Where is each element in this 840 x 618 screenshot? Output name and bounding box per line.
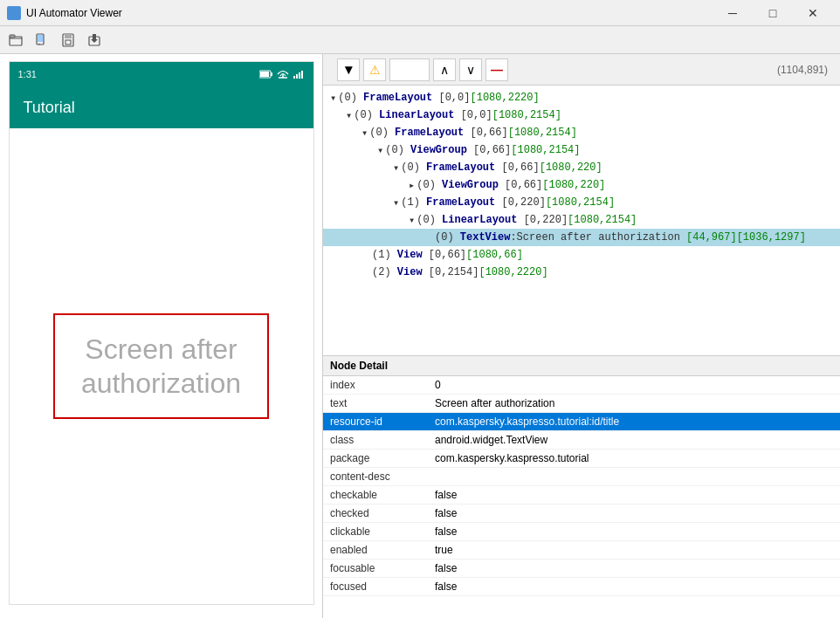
detail-value: false xyxy=(428,505,840,523)
screen-text: Screen afterauthorization xyxy=(81,333,241,398)
detail-value: false xyxy=(428,523,840,541)
chevron-down-icon: ∨ xyxy=(466,63,475,77)
toolbar xyxy=(0,26,840,54)
screen-text-box: Screen afterauthorization xyxy=(53,313,269,419)
svg-rect-15 xyxy=(301,71,303,79)
tree-scroll-inner: ▾(0) FrameLayout [0,0][1080,2220]▾(0) Li… xyxy=(323,86,840,285)
tree-warning-button[interactable]: ⚠ xyxy=(363,58,386,81)
minimize-button[interactable]: ─ xyxy=(713,0,753,26)
detail-value: false xyxy=(428,560,840,578)
detail-row[interactable]: enabledtrue xyxy=(323,541,840,560)
detail-row[interactable]: checkedfalse xyxy=(323,505,840,523)
detail-row[interactable]: focusedfalse xyxy=(323,578,840,596)
phone-panel: 1:31 xyxy=(0,54,323,618)
svg-rect-12 xyxy=(293,76,295,79)
detail-key: text xyxy=(323,395,428,413)
detail-row[interactable]: checkablefalse xyxy=(323,486,840,505)
screenshot-button[interactable] xyxy=(30,29,54,52)
detail-key: checkable xyxy=(323,486,428,505)
detail-value xyxy=(428,468,840,486)
detail-value: android.widget.TextView xyxy=(428,431,840,450)
minus-icon: — xyxy=(491,63,503,77)
detail-table: index0textScreen after authorizationreso… xyxy=(323,376,840,596)
open-button[interactable] xyxy=(3,29,28,52)
battery-icon xyxy=(259,70,273,79)
wifi-icon xyxy=(277,69,289,79)
phone-status-bar: 1:31 xyxy=(10,62,313,86)
screenshot-icon xyxy=(35,33,49,47)
tree-row[interactable]: ▾(0) LinearLayout [0,0][1080,2154] xyxy=(323,106,840,124)
tree-row[interactable]: ▾(1) FrameLayout [0,220][1080,2154] xyxy=(323,194,840,211)
detail-row[interactable]: clickablefalse xyxy=(323,523,840,541)
tree-next-button[interactable]: ∨ xyxy=(459,58,482,81)
detail-value: false xyxy=(428,486,840,505)
export-icon xyxy=(87,33,101,47)
status-right xyxy=(259,69,305,79)
detail-value: com.kaspersky.kaspresso.tutorial xyxy=(428,450,840,468)
tree-delete-button[interactable]: — xyxy=(485,58,508,81)
detail-value: false xyxy=(428,578,840,596)
detail-row[interactable]: packagecom.kaspersky.kaspresso.tutorial xyxy=(323,450,840,468)
detail-row[interactable]: classandroid.widget.TextView xyxy=(323,431,840,450)
tree-toolbar: ▾ ⚠ ∧ ∨ — xyxy=(323,54,840,86)
tree-row[interactable]: ▾(0) FrameLayout [0,66][1080,220] xyxy=(323,159,840,176)
tree-row[interactable]: ▾(0) LinearLayout [0,220][1080,2154] xyxy=(323,211,840,229)
phone-app-title: Tutorial xyxy=(24,99,75,117)
open-icon xyxy=(9,33,23,47)
app-title: UI Automator Viewer xyxy=(26,7,122,19)
node-detail-panel: Node Detail index0textScreen after autho… xyxy=(323,356,840,618)
detail-key: resource-id xyxy=(323,413,428,431)
detail-value: 0 xyxy=(428,376,840,395)
tree-row[interactable]: ▾(0) ViewGroup [0,66][1080,2154] xyxy=(323,141,840,159)
svg-rect-11 xyxy=(271,72,272,76)
detail-row[interactable]: index0 xyxy=(323,376,840,395)
detail-row[interactable]: focusablefalse xyxy=(323,560,840,578)
detail-row[interactable]: textScreen after authorization xyxy=(323,395,840,413)
svg-point-4 xyxy=(38,43,40,45)
tree-row[interactable]: ▾(0) FrameLayout [0,66][1080,2154] xyxy=(323,124,840,141)
maximize-button[interactable]: □ xyxy=(753,0,793,26)
node-detail-header: Node Detail xyxy=(323,356,840,376)
detail-key: package xyxy=(323,450,428,468)
phone-time: 1:31 xyxy=(18,69,37,79)
svg-rect-10 xyxy=(260,72,269,77)
chevron-up-icon: ∧ xyxy=(440,63,449,77)
tree-row[interactable]: (1) View [0,66][1080,66] xyxy=(323,246,840,264)
detail-key: clickable xyxy=(323,523,428,541)
main-container: 1:31 xyxy=(0,54,840,618)
tree-row[interactable]: (2) View [0,2154][1080,2220] xyxy=(323,264,840,281)
svg-rect-14 xyxy=(299,72,300,79)
close-button[interactable]: ✕ xyxy=(793,0,833,26)
tree-collapse-button[interactable]: ▾ xyxy=(337,58,360,81)
detail-value: true xyxy=(428,541,840,560)
tree-row[interactable]: ▾(0) FrameLayout [0,0][1080,2220] xyxy=(323,89,840,106)
save-icon xyxy=(61,33,75,47)
tree-highlight-button[interactable] xyxy=(389,58,430,81)
detail-key: checked xyxy=(323,505,428,523)
tree-toolbar-left: ▾ ⚠ ∧ ∨ — xyxy=(328,58,508,81)
detail-key: focused xyxy=(323,578,428,596)
detail-key: focusable xyxy=(323,560,428,578)
detail-row[interactable]: resource-idcom.kaspersky.kaspresso.tutor… xyxy=(323,413,840,431)
title-bar: UI Automator Viewer ─ □ ✕ xyxy=(0,0,840,26)
phone-content: Screen afterauthorization xyxy=(10,128,313,604)
detail-value: Screen after authorization xyxy=(428,395,840,413)
detail-key: index xyxy=(323,376,428,395)
svg-rect-1 xyxy=(10,35,15,38)
phone-app-bar: Tutorial xyxy=(10,86,313,128)
tree-row[interactable]: (0) TextView:Screen after authorization … xyxy=(323,229,840,246)
app-icon xyxy=(7,6,21,20)
title-bar-left: UI Automator Viewer xyxy=(7,6,122,20)
warning-icon: ⚠ xyxy=(369,63,381,77)
detail-row[interactable]: content-desc xyxy=(323,468,840,486)
save-button[interactable] xyxy=(56,29,80,52)
export-button[interactable] xyxy=(82,29,107,52)
svg-rect-6 xyxy=(65,34,72,38)
detail-key: enabled xyxy=(323,541,428,560)
phone-mockup: 1:31 xyxy=(9,61,314,605)
detail-key: class xyxy=(323,431,428,450)
tree-container[interactable]: ▾(0) FrameLayout [0,0][1080,2220]▾(0) Li… xyxy=(323,86,840,356)
tree-row[interactable]: ▸(0) ViewGroup [0,66][1080,220] xyxy=(323,176,840,194)
tree-prev-button[interactable]: ∧ xyxy=(433,58,456,81)
detail-value: com.kaspersky.kaspresso.tutorial:id/titl… xyxy=(428,413,840,431)
